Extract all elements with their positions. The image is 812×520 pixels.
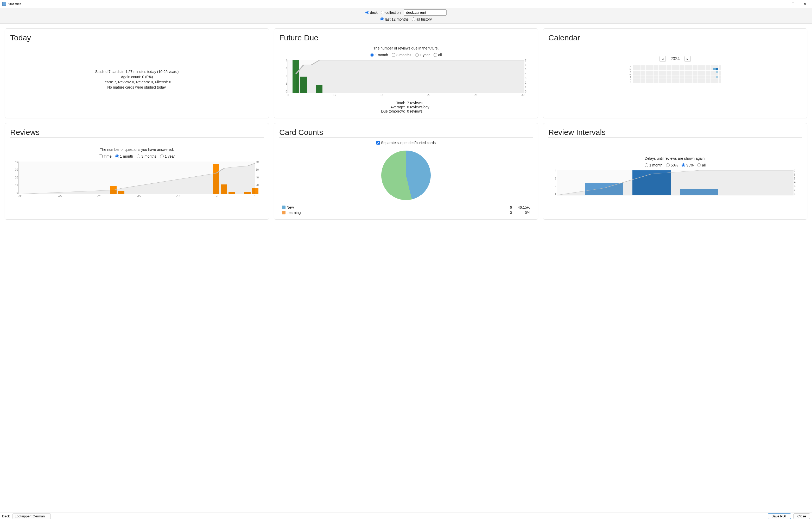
calendar-cell xyxy=(708,76,710,78)
calendar-cell xyxy=(700,81,703,83)
calendar-cell xyxy=(651,68,653,70)
calendar-cell xyxy=(713,71,716,73)
panel-future-due: Future Due The number of reviews due in … xyxy=(274,28,538,118)
calendar-cell xyxy=(638,68,640,70)
reviews-time-checkbox[interactable]: Time xyxy=(99,154,112,158)
calendar-cell xyxy=(664,78,666,81)
save-pdf-button[interactable]: Save PDF xyxy=(768,514,791,519)
calendar-day-labels: SMTWTFS xyxy=(629,66,631,83)
calendar-cell xyxy=(659,76,661,78)
calendar-cell xyxy=(690,81,692,83)
rvrange-radio[interactable]: 1 month xyxy=(115,154,133,158)
separate-suspended-checkbox[interactable]: Separate suspended/buried cards xyxy=(279,141,533,145)
calendar-cell xyxy=(677,71,679,73)
rirange-radio[interactable]: all xyxy=(697,163,705,167)
panel-review-intervals: Review Intervals Delays until reviews ar… xyxy=(543,123,807,219)
calendar-cell xyxy=(648,66,651,68)
close-button[interactable]: Close xyxy=(793,514,810,519)
fdrange-radio[interactable]: 1 month xyxy=(370,53,388,57)
calendar-cell xyxy=(672,81,674,83)
future-due-stats: Total:7 reviewsAverage:0 reviews/dayDue … xyxy=(279,101,533,113)
fdrange-radio[interactable]: 1 year xyxy=(415,53,430,57)
calendar-cell xyxy=(664,68,666,70)
calendar-cell xyxy=(716,81,718,83)
reviews-chart: 403020100806040200-30-25-20-15-10-50 xyxy=(12,160,262,200)
calendar-cell xyxy=(651,81,653,83)
calendar-cell xyxy=(672,66,674,68)
calendar-cell xyxy=(703,68,705,70)
calendar-cell xyxy=(672,73,674,76)
maximize-button[interactable] xyxy=(787,0,799,8)
rvrange-radio[interactable]: 1 year xyxy=(160,154,175,158)
calendar-cell xyxy=(679,76,682,78)
calendar-cell xyxy=(659,78,661,81)
calendar-cell xyxy=(711,66,713,68)
calendar-cell xyxy=(690,71,692,73)
calendar-cell xyxy=(633,76,635,78)
legend-row: Learning00% xyxy=(282,210,530,215)
calendar-cell xyxy=(674,68,677,70)
fdrange-radio[interactable]: 3 months xyxy=(392,53,412,57)
calendar-cell xyxy=(713,68,716,70)
calendar-cell xyxy=(656,71,659,73)
calendar-cell xyxy=(667,68,669,70)
calendar-cell xyxy=(687,73,690,76)
calendar-cell xyxy=(708,71,710,73)
calendar-prev-button[interactable]: ◄ xyxy=(660,56,666,62)
calendar-cell xyxy=(679,73,682,76)
calendar-cell xyxy=(648,68,651,70)
calendar-cell xyxy=(641,76,643,78)
panel-title: Calendar xyxy=(548,33,802,43)
rirange-radio[interactable]: 95% xyxy=(681,163,694,167)
panel-subtitle: The number of reviews due in the future. xyxy=(279,46,533,50)
calendar-cell xyxy=(679,66,682,68)
rvrange-radio[interactable]: 3 months xyxy=(137,154,157,158)
calendar-cell xyxy=(695,71,698,73)
calendar-cell xyxy=(705,68,708,70)
rirange-radio[interactable]: 50% xyxy=(666,163,678,167)
calendar-cell xyxy=(679,78,682,81)
calendar-cell xyxy=(656,68,659,70)
calendar-cell xyxy=(653,78,656,81)
scope-radio-deck[interactable]: deck xyxy=(365,10,378,15)
calendar-cell xyxy=(705,66,708,68)
scope-radio-collection[interactable]: collection xyxy=(381,10,400,15)
svg-rect-0 xyxy=(2,2,6,6)
calendar-cell xyxy=(661,71,664,73)
svg-rect-2 xyxy=(792,3,794,5)
calendar-cell xyxy=(677,73,679,76)
close-window-button[interactable] xyxy=(799,0,811,8)
range-radio-all[interactable]: all history xyxy=(412,17,432,21)
minimize-button[interactable] xyxy=(775,0,787,8)
stats-scroll-area[interactable]: Today Studied 7 cards in 1.27 minutes to… xyxy=(0,24,812,512)
calendar-cell xyxy=(677,78,679,81)
calendar-next-button[interactable]: ► xyxy=(684,56,691,62)
calendar-cell xyxy=(674,76,677,78)
calendar-cell xyxy=(633,68,635,70)
chart-bar xyxy=(244,192,251,194)
chart-bar xyxy=(118,191,125,194)
calendar-cell xyxy=(713,78,716,81)
calendar-cell xyxy=(638,81,640,83)
calendar-cell xyxy=(693,81,695,83)
calendar-cell xyxy=(635,73,638,76)
calendar-cell xyxy=(719,76,721,78)
rirange-radio[interactable]: 1 month xyxy=(645,163,663,167)
calendar-cell xyxy=(635,78,638,81)
chart-bar xyxy=(585,183,623,196)
calendar-cell xyxy=(677,66,679,68)
deck-selector[interactable]: Lookupper::German xyxy=(12,514,51,519)
calendar-cell xyxy=(682,71,684,73)
calendar-cell xyxy=(653,76,656,78)
calendar-cell xyxy=(693,68,695,70)
calendar-cell xyxy=(693,71,695,73)
calendar-cell xyxy=(641,78,643,81)
calendar-cell xyxy=(695,76,698,78)
search-input[interactable] xyxy=(404,9,447,16)
calendar-cell xyxy=(682,68,684,70)
calendar-cell xyxy=(659,73,661,76)
calendar-cell xyxy=(703,76,705,78)
fdrange-radio[interactable]: all xyxy=(433,53,442,57)
calendar-cell xyxy=(635,71,638,73)
range-radio-last12[interactable]: last 12 months xyxy=(380,17,409,21)
